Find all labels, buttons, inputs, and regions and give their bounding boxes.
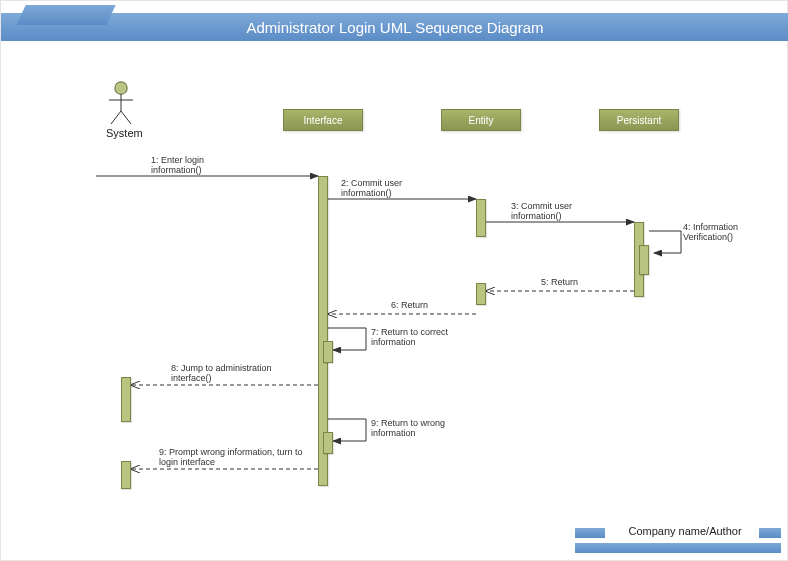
activation-interface-sub1 [323, 341, 333, 363]
msg-3: 3: Commit user information() [511, 202, 611, 222]
footer-accent-left [575, 528, 605, 538]
activation-interface-sub2 [323, 432, 333, 454]
svg-line-4 [111, 111, 121, 124]
msg-5: 5: Return [541, 278, 578, 288]
participant-interface: Interface [283, 109, 363, 131]
stick-figure-icon [106, 81, 136, 125]
activation-persistant-sub [639, 245, 649, 275]
activation-entity-2 [476, 283, 486, 305]
svg-line-5 [121, 111, 131, 124]
diagram-canvas: Administrator Login UML Sequence Diagram… [0, 0, 788, 561]
msg-8: 8: Jump to administration interface() [171, 364, 311, 384]
msg-9a: 9: Return to wrong information [371, 419, 461, 439]
svg-point-1 [116, 83, 126, 93]
msg-2: 2: Commit user information() [341, 179, 441, 199]
msg-9b: 9: Prompt wrong information, turn to log… [159, 448, 314, 468]
activation-system-2 [121, 461, 131, 489]
msg-4: 4: Information Verification() [683, 223, 773, 243]
participant-entity: Entity [441, 109, 521, 131]
footer-accent-right [759, 528, 781, 538]
activation-system-1 [121, 377, 131, 422]
msg-6: 6: Return [391, 301, 428, 311]
footer-text: Company name/Author [615, 525, 755, 537]
msg-1: 1: Enter login information() [151, 156, 251, 176]
page-title: Administrator Login UML Sequence Diagram [1, 13, 788, 41]
footer-underline [575, 543, 781, 553]
actor-system: System [106, 81, 143, 139]
msg-7: 7: Return to correct information [371, 328, 461, 348]
participant-persistant: Persistant [599, 109, 679, 131]
activation-entity-1 [476, 199, 486, 237]
actor-label: System [106, 127, 143, 139]
